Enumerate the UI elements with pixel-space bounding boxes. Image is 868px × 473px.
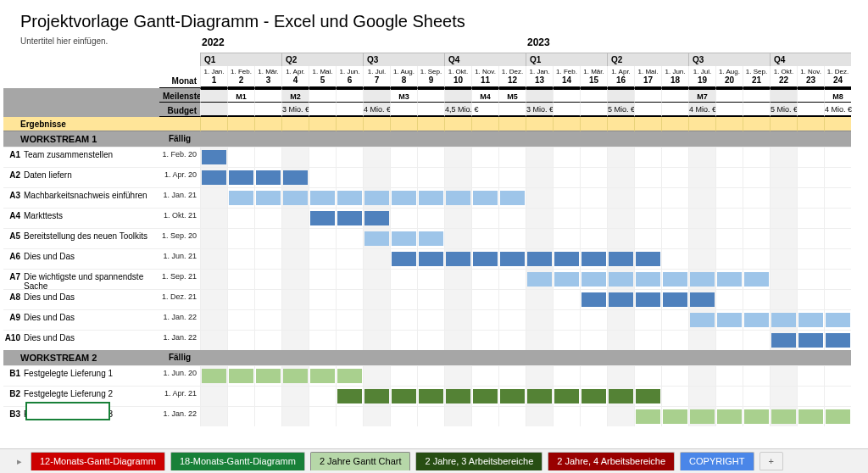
sheet-tab[interactable]: 2 Jahre Gantt Chart <box>310 452 411 470</box>
budget-cell[interactable]: 5 Mio. € <box>607 103 634 117</box>
gantt-cell[interactable] <box>661 147 688 167</box>
gantt-cell[interactable] <box>471 167 498 187</box>
gantt-bar[interactable] <box>202 170 226 185</box>
gantt-bar[interactable] <box>310 211 335 225</box>
gantt-cell[interactable] <box>797 269 824 289</box>
gantt-cell[interactable] <box>824 406 851 426</box>
gantt-bar[interactable] <box>826 409 850 424</box>
gantt-cell[interactable] <box>200 309 227 330</box>
gantt-bar[interactable] <box>364 191 389 205</box>
ergebnisse-cell[interactable] <box>688 117 715 131</box>
gantt-cell[interactable] <box>770 269 797 289</box>
gantt-cell[interactable] <box>471 289 498 309</box>
gantt-cell[interactable] <box>526 228 553 248</box>
task-due[interactable]: 1. Jan. 22 <box>159 406 200 426</box>
gantt-cell[interactable] <box>498 330 526 350</box>
gantt-cell[interactable] <box>336 406 363 426</box>
gantt-cell[interactable] <box>580 386 607 406</box>
gantt-cell[interactable] <box>309 386 336 406</box>
milestone-cell[interactable] <box>715 88 743 103</box>
ergebnisse-cell[interactable] <box>607 117 634 131</box>
gantt-cell[interactable] <box>471 365 498 386</box>
gantt-cell[interactable] <box>553 269 580 289</box>
gantt-bar[interactable] <box>419 191 443 205</box>
gantt-cell[interactable] <box>227 406 254 426</box>
gantt-cell[interactable] <box>580 187 607 208</box>
gantt-cell[interactable] <box>526 269 553 289</box>
budget-cell[interactable] <box>336 103 363 117</box>
gantt-cell[interactable] <box>498 167 526 187</box>
gantt-cell[interactable] <box>797 365 824 386</box>
ergebnisse-cell[interactable] <box>661 117 688 131</box>
gantt-bar[interactable] <box>663 272 687 287</box>
gantt-bar[interactable] <box>229 191 253 205</box>
gantt-cell[interactable] <box>417 406 444 426</box>
task-due[interactable]: 1. Sep. 20 <box>159 228 200 248</box>
gantt-cell[interactable] <box>607 365 634 386</box>
budget-cell[interactable]: 3 Mio. € <box>281 103 309 117</box>
gantt-cell[interactable] <box>417 187 444 208</box>
milestone-cell[interactable]: M7 <box>688 88 715 103</box>
gantt-bar[interactable] <box>256 191 281 205</box>
milestone-cell[interactable]: M4 <box>471 88 498 103</box>
gantt-bar[interactable] <box>527 272 552 287</box>
gantt-cell[interactable] <box>254 330 281 350</box>
gantt-cell[interactable] <box>688 406 715 426</box>
gantt-cell[interactable] <box>444 309 471 330</box>
gantt-cell[interactable] <box>770 330 797 350</box>
gantt-cell[interactable] <box>553 386 580 406</box>
gantt-bar[interactable] <box>310 191 335 205</box>
gantt-cell[interactable] <box>634 330 661 350</box>
gantt-cell[interactable] <box>824 386 851 406</box>
gantt-cell[interactable] <box>444 330 471 350</box>
gantt-cell[interactable] <box>634 248 661 269</box>
gantt-cell[interactable] <box>661 208 688 228</box>
ergebnisse-cell[interactable] <box>634 117 661 131</box>
gantt-cell[interactable] <box>553 228 580 248</box>
gantt-cell[interactable] <box>743 330 770 350</box>
gantt-cell[interactable] <box>444 365 471 386</box>
gantt-cell[interactable] <box>200 406 227 426</box>
gantt-cell[interactable] <box>498 248 526 269</box>
task-name[interactable]: Bereitstellung des neuen Toolkits <box>22 228 159 248</box>
gantt-bar[interactable] <box>690 292 715 307</box>
gantt-cell[interactable] <box>200 289 227 309</box>
milestone-cell[interactable] <box>363 88 390 103</box>
gantt-cell[interactable] <box>688 208 715 228</box>
gantt-cell[interactable] <box>281 330 309 350</box>
gantt-cell[interactable] <box>363 365 390 386</box>
task-name[interactable]: Dies und Das <box>22 248 159 269</box>
gantt-cell[interactable] <box>715 386 743 406</box>
gantt-bar[interactable] <box>771 333 796 348</box>
gantt-cell[interactable] <box>281 269 309 289</box>
budget-cell[interactable] <box>471 103 498 117</box>
gantt-cell[interactable] <box>661 309 688 330</box>
milestone-cell[interactable] <box>553 88 580 103</box>
budget-cell[interactable] <box>498 103 526 117</box>
gantt-cell[interactable] <box>634 269 661 289</box>
ergebnisse-cell[interactable] <box>363 117 390 131</box>
gantt-cell[interactable] <box>336 269 363 289</box>
gantt-cell[interactable] <box>471 228 498 248</box>
task-name[interactable]: Dies und Das <box>22 309 159 330</box>
sheet-tab[interactable]: 2 Jahre, 4 Arbeitsbereiche <box>548 452 675 470</box>
gantt-bar[interactable] <box>283 191 308 205</box>
sheet-tab[interactable]: 12-Monats-Gantt-Diagramm <box>31 452 165 470</box>
task-due[interactable]: 1. Okt. 21 <box>159 208 200 228</box>
gantt-cell[interactable] <box>281 147 309 167</box>
gantt-cell[interactable] <box>770 289 797 309</box>
gantt-cell[interactable] <box>797 147 824 167</box>
gantt-cell[interactable] <box>336 147 363 167</box>
gantt-cell[interactable] <box>607 147 634 167</box>
gantt-bar[interactable] <box>798 409 823 424</box>
gantt-bar[interactable] <box>500 191 525 205</box>
gantt-bar[interactable] <box>419 389 443 403</box>
milestone-cell[interactable]: M5 <box>498 88 526 103</box>
task-name[interactable]: Team zusammenstellen <box>22 147 159 167</box>
gantt-cell[interactable] <box>824 289 851 309</box>
gantt-cell[interactable] <box>498 147 526 167</box>
tab-scroll-left-icon[interactable]: ▸ <box>14 456 25 467</box>
gantt-cell[interactable] <box>498 309 526 330</box>
gantt-cell[interactable] <box>200 269 227 289</box>
gantt-cell[interactable] <box>607 330 634 350</box>
